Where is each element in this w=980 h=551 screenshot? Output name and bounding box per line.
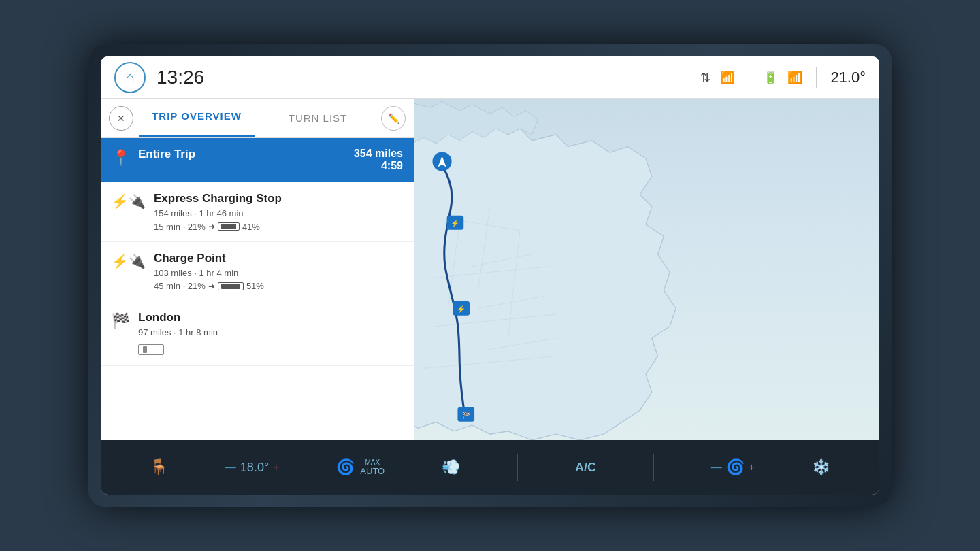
trip-detail-charge-1: 103 miles · 1 hr 4 min bbox=[154, 267, 403, 280]
svg-text:⚡: ⚡ bbox=[457, 305, 466, 314]
fan-speed-ctrl: — 🌀 + bbox=[711, 458, 755, 476]
bottom-bar: 🪑 — 18.0° + 🌀 MAX AUTO 💨 A/C bbox=[101, 440, 879, 495]
trip-item-charge[interactable]: ⚡🔌 Charge Point 103 miles · 1 hr 4 min 4… bbox=[101, 242, 414, 302]
trip-charge-charge: 45 min · 21% ➜ 51% bbox=[154, 281, 403, 291]
trip-icon-london: 🏁 bbox=[112, 312, 130, 330]
battery-low-london bbox=[138, 344, 164, 355]
battery-fill-express bbox=[221, 224, 236, 229]
trip-name-london: London bbox=[138, 311, 403, 324]
battery-low-fill bbox=[143, 346, 147, 353]
trip-content-entire: Entire Trip 354 miles 4:59 bbox=[138, 148, 403, 172]
auto-label: AUTO bbox=[360, 466, 385, 476]
trip-name-entire: Entire Trip bbox=[138, 148, 195, 161]
ambient-temperature: 21.0° bbox=[830, 69, 866, 86]
bottom-divider-2 bbox=[653, 454, 654, 481]
trip-time-entire: 4:59 bbox=[354, 160, 403, 172]
trip-name-express: Express Charging Stop bbox=[154, 192, 403, 205]
fan-plus[interactable]: + bbox=[749, 461, 755, 473]
trip-item-london[interactable]: 🏁 London 97 miles · 1 hr 8 min bbox=[101, 301, 414, 366]
tab-turn-list[interactable]: TURN LIST bbox=[260, 99, 376, 137]
signal-arrows-icon: ⇅ bbox=[700, 70, 710, 85]
trip-header-entire: Entire Trip 354 miles 4:59 bbox=[138, 148, 403, 172]
auto-ctrl: 🌀 MAX AUTO bbox=[336, 458, 385, 476]
trip-item-entire[interactable]: 📍 Entire Trip 354 miles 4:59 bbox=[101, 138, 414, 182]
trip-stats-entire: 354 miles 4:59 bbox=[354, 148, 403, 172]
left-temp-minus[interactable]: — bbox=[225, 461, 236, 473]
auto-label-group: MAX AUTO bbox=[360, 458, 385, 476]
fan-icon: 🌀 bbox=[726, 458, 745, 476]
battery-fill-charge bbox=[221, 284, 240, 289]
close-button[interactable]: ✕ bbox=[109, 106, 133, 131]
trip-distance-entire: 354 miles bbox=[354, 148, 403, 160]
left-temp-ctrl: — 18.0° + bbox=[225, 461, 280, 475]
trip-content-express: Express Charging Stop 154 miles · 1 hr 4… bbox=[154, 192, 403, 232]
edit-button[interactable]: ✏️ bbox=[381, 106, 406, 131]
charge-detail-express: 15 min · 21% bbox=[154, 222, 206, 232]
tab-trip-overview[interactable]: TRIP OVERVIEW bbox=[139, 99, 255, 137]
home-button[interactable]: ⌂ bbox=[114, 62, 146, 93]
clock-display: 13:26 bbox=[157, 67, 204, 88]
svg-text:🏁: 🏁 bbox=[462, 412, 471, 420]
left-temp-plus[interactable]: + bbox=[273, 461, 279, 473]
status-divider-2 bbox=[816, 67, 817, 88]
ac-ctrl: A/C bbox=[575, 461, 596, 475]
status-icons-group: ⇅ 📶 🔋 📶 21.0° bbox=[700, 67, 866, 88]
battery-end-express bbox=[218, 222, 240, 231]
home-icon: ⌂ bbox=[125, 69, 134, 86]
fan-minus[interactable]: — bbox=[711, 461, 722, 473]
trip-content-london: London 97 miles · 1 hr 8 min bbox=[138, 311, 403, 356]
status-bar: ⌂ 13:26 ⇅ 📶 🔋 📶 21.0° bbox=[101, 56, 879, 99]
defrost-icon[interactable]: ❄️ bbox=[812, 458, 830, 476]
navigation-panel: ✕ TRIP OVERVIEW TURN LIST ✏️ 📍 Entire Tr… bbox=[101, 99, 414, 440]
left-temp-value: 18.0° bbox=[240, 461, 269, 475]
trip-battery-london bbox=[138, 344, 403, 356]
charge-end-charge: 51% bbox=[246, 281, 264, 291]
trip-icon-charge: ⚡🔌 bbox=[112, 253, 146, 269]
trip-content-charge: Charge Point 103 miles · 1 hr 4 min 45 m… bbox=[154, 252, 403, 292]
battery-icon: 🔋 bbox=[763, 70, 778, 85]
status-divider-1 bbox=[749, 67, 749, 88]
wifi-icon: 📶 bbox=[720, 70, 735, 85]
trip-list: 📍 Entire Trip 354 miles 4:59 bbox=[101, 138, 414, 440]
defrost-ctrl[interactable]: ❄️ bbox=[812, 458, 830, 476]
trip-detail-london-1: 97 miles · 1 hr 8 min bbox=[138, 326, 403, 339]
trip-name-charge: Charge Point bbox=[154, 252, 403, 265]
trip-icon-entire: 📍 bbox=[112, 149, 130, 167]
auto-icon: 🌀 bbox=[336, 458, 355, 476]
fan-mode-icon[interactable]: 💨 bbox=[442, 458, 460, 476]
fan-mode-ctrl[interactable]: 💨 bbox=[442, 458, 460, 476]
charge-end-express: 41% bbox=[242, 222, 260, 232]
arrow-icon-express: ➜ bbox=[208, 222, 215, 231]
car-display-surround: ⌂ 13:26 ⇅ 📶 🔋 📶 21.0° bbox=[88, 44, 892, 507]
seat-heat-ctrl: 🪑 bbox=[150, 458, 168, 476]
trip-icon-express: ⚡🔌 bbox=[112, 193, 146, 210]
battery-end-charge bbox=[218, 282, 244, 290]
max-label: MAX bbox=[365, 458, 380, 466]
trip-detail-express-1: 154 miles · 1 hr 46 min bbox=[154, 207, 403, 220]
arrow-icon-charge: ➜ bbox=[208, 282, 215, 291]
battery-empty-space bbox=[148, 346, 159, 353]
infotainment-screen: ⌂ 13:26 ⇅ 📶 🔋 📶 21.0° bbox=[101, 56, 879, 495]
charge-detail-charge: 45 min · 21% bbox=[154, 281, 206, 291]
tab-bar: ✕ TRIP OVERVIEW TURN LIST ✏️ bbox=[101, 99, 414, 138]
trip-charge-express: 15 min · 21% ➜ 41% bbox=[154, 222, 403, 232]
svg-text:⚡: ⚡ bbox=[451, 219, 460, 228]
cell-signal-icon: 📶 bbox=[787, 70, 802, 85]
trip-item-express[interactable]: ⚡🔌 Express Charging Stop 154 miles · 1 h… bbox=[101, 182, 414, 242]
bottom-divider-1 bbox=[517, 454, 518, 481]
main-content-area: ⚡ ⚡ 🏁 ✕ bbox=[101, 99, 879, 440]
ac-label[interactable]: A/C bbox=[575, 461, 596, 475]
seat-icon[interactable]: 🪑 bbox=[150, 458, 168, 476]
